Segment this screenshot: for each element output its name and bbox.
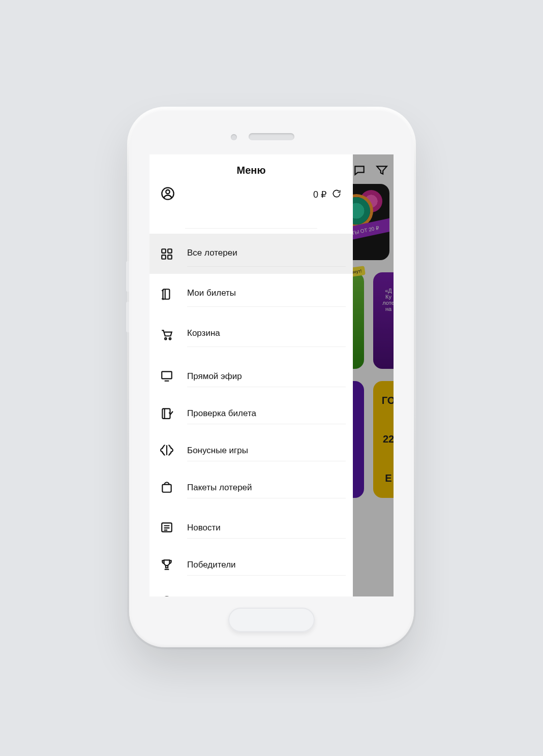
refresh-button[interactable] xyxy=(331,188,342,201)
navigation-drawer: Меню 0 ₽ xyxy=(149,154,353,596)
bag-icon xyxy=(160,480,174,494)
svg-point-7 xyxy=(165,337,166,339)
menu-item-live[interactable]: Прямой эфир xyxy=(149,357,353,394)
menu-item-cart[interactable]: Корзина xyxy=(149,314,353,354)
svg-rect-4 xyxy=(162,255,166,259)
menu-title: Меню xyxy=(149,154,353,183)
svg-point-1 xyxy=(166,190,169,194)
profile-button[interactable] xyxy=(161,186,175,203)
grid-icon xyxy=(160,247,174,261)
tv-icon xyxy=(160,369,174,383)
phone-camera xyxy=(231,134,237,140)
refresh-icon xyxy=(331,188,342,199)
tickets-icon xyxy=(160,287,174,301)
menu-item-label: Новости xyxy=(187,523,221,532)
menu-item-label: Все лотереи xyxy=(187,248,237,258)
svg-rect-9 xyxy=(162,371,172,379)
menu-item-label: Бонусные игры xyxy=(187,446,248,455)
menu-item-news[interactable]: Новости xyxy=(149,509,353,546)
svg-point-8 xyxy=(169,337,171,339)
menu-item-label: Мои билеты xyxy=(187,288,236,298)
svg-rect-6 xyxy=(163,289,169,299)
svg-rect-2 xyxy=(162,249,166,253)
menu-item-label: Корзина xyxy=(187,328,220,338)
account-row: 0 ₽ xyxy=(149,183,353,216)
menu-item-winners[interactable]: Победители xyxy=(149,546,353,583)
menu-item-all-lotteries[interactable]: Все лотереи xyxy=(149,234,353,274)
svg-rect-11 xyxy=(162,484,171,492)
phone-mockup: ТЫ ОТ 20 ₽ аждые минут! «Д Ку лоте на Г xyxy=(129,109,414,647)
news-icon xyxy=(160,520,174,534)
menu-list: Все лотереи Мои билеты Корзина xyxy=(149,229,353,596)
menu-item-label: Прямой эфир xyxy=(187,371,242,381)
trophy-icon xyxy=(160,557,174,572)
menu-item-packages[interactable]: Пакеты лотерей xyxy=(149,468,353,506)
user-icon xyxy=(161,186,175,201)
svg-rect-5 xyxy=(168,255,172,259)
menu-item-check-ticket[interactable]: Проверка билета xyxy=(149,394,353,431)
menu-item-help[interactable]: Помощь xyxy=(149,583,353,596)
brain-icon xyxy=(160,443,174,457)
screen: ТЫ ОТ 20 ₽ аждые минут! «Д Ку лоте на Г xyxy=(149,154,394,596)
balance-amount: 0 ₽ xyxy=(313,189,326,200)
help-icon xyxy=(160,594,174,597)
menu-item-bonus-games[interactable]: Бонусные игры xyxy=(149,431,353,468)
svg-rect-3 xyxy=(168,249,172,253)
phone-home-button xyxy=(228,608,315,632)
phone-side-button xyxy=(126,261,129,292)
menu-item-label: Проверка билета xyxy=(187,408,256,418)
check-ticket-icon xyxy=(160,406,174,420)
phone-speaker xyxy=(249,133,294,140)
cart-icon xyxy=(160,327,174,341)
menu-item-label: Пакеты лотерей xyxy=(187,483,252,492)
phone-side-button xyxy=(126,302,129,332)
svg-rect-10 xyxy=(162,408,170,419)
menu-item-my-tickets[interactable]: Мои билеты xyxy=(149,274,353,314)
menu-item-label: Победители xyxy=(187,560,236,570)
